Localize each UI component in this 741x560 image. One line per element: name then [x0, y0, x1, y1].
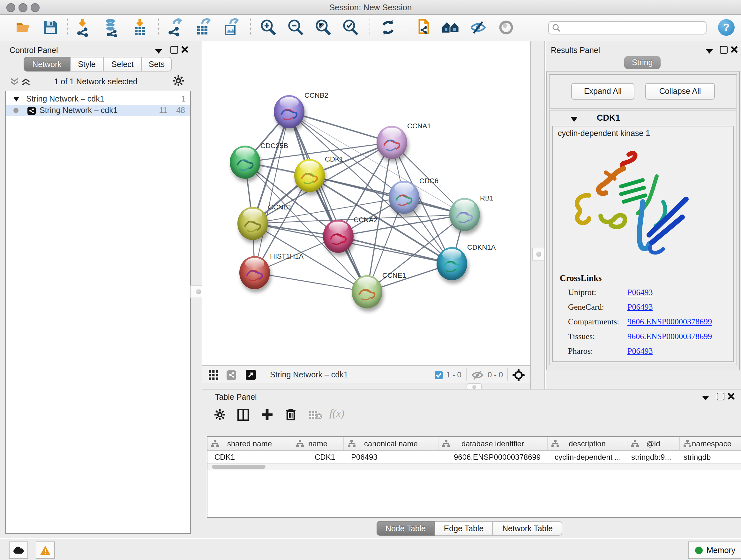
network-node-cdc25b[interactable] [230, 145, 260, 179]
memory-button[interactable]: Memory [688, 542, 741, 559]
uniprot-link[interactable]: P06493 [627, 287, 653, 298]
column-header[interactable]: name [292, 437, 344, 450]
scrollbar-thumb[interactable] [212, 465, 266, 469]
zoom-fit-button[interactable] [312, 17, 334, 38]
add-column-plus-icon[interactable] [261, 409, 273, 421]
refresh-arrows-icon [379, 18, 397, 37]
network-node-cdk1[interactable] [294, 159, 325, 192]
panel-close-icon[interactable] [728, 393, 735, 400]
network-node-ccne1[interactable] [352, 275, 382, 308]
share-network-file-button[interactable] [412, 17, 434, 38]
panel-float-icon[interactable] [720, 46, 728, 54]
network-canvas[interactable]: CCNB2 CCNA1 CDC25B CDK1 CDC6 RB1 CCNB1 [202, 41, 531, 365]
collapse-all-icon[interactable] [10, 78, 18, 85]
table-settings-gear-icon[interactable] [214, 409, 225, 420]
open-in-window-icon[interactable] [246, 370, 256, 380]
tissues-link[interactable]: 9606.ENSP00000378699 [627, 331, 712, 341]
node-label-ccnb1: CCNB1 [268, 203, 292, 211]
tree-expander-icon[interactable] [13, 97, 19, 101]
function-builder-button[interactable]: f(x) [329, 408, 344, 420]
network-node-hist1h1a[interactable] [239, 256, 270, 289]
string-home-button[interactable] [440, 17, 461, 38]
network-node-ccna1[interactable] [377, 126, 407, 159]
table-row[interactable]: CDK1 CDK1 P06493 9606.ENSP00000378699 cy… [207, 451, 741, 463]
network-node-rb1[interactable] [449, 198, 480, 231]
delete-table-icon[interactable] [309, 411, 322, 420]
right-splitter-handle[interactable] [532, 248, 545, 260]
column-header[interactable]: shared name [207, 437, 292, 450]
column-header[interactable]: @id [627, 437, 680, 450]
panel-menu-icon[interactable] [706, 49, 713, 54]
table-panel-title: Table Panel [215, 393, 257, 401]
export-image-button[interactable] [220, 17, 242, 38]
search-input[interactable] [563, 23, 706, 33]
network-node-ccnb1[interactable] [238, 207, 268, 240]
tab-sets[interactable]: Sets [142, 57, 172, 71]
hidden-eye-icon[interactable] [471, 370, 484, 380]
column-header[interactable]: description [548, 437, 627, 450]
panel-close-icon[interactable] [181, 46, 188, 53]
warnings-button[interactable] [36, 542, 55, 559]
grid-view-icon[interactable] [209, 370, 218, 380]
network-node-cdc6[interactable] [389, 181, 419, 214]
left-splitter[interactable] [195, 41, 202, 538]
help-button[interactable]: ? [718, 19, 735, 36]
node-label-ccna2: CCNA2 [354, 216, 378, 224]
compartments-link[interactable]: 9606.ENSP00000378699 [627, 317, 712, 327]
string-results-container: Expand All Collapse All CDK1 cyclin-depe… [546, 71, 740, 370]
show-columns-icon[interactable] [238, 409, 249, 421]
export-table-button[interactable] [192, 17, 214, 38]
import-network-database-button[interactable] [101, 17, 123, 38]
crosslinks-heading: CrossLinks [560, 273, 602, 284]
gene-expander-icon[interactable] [570, 117, 578, 122]
save-session-button[interactable] [40, 17, 61, 38]
inspect-lens-button[interactable] [495, 17, 517, 38]
column-header[interactable]: canonical name [344, 437, 439, 450]
network-share-view-icon[interactable] [226, 370, 236, 380]
network-node-ccna2[interactable] [323, 220, 354, 253]
tab-select[interactable]: Select [104, 57, 142, 71]
column-header[interactable]: namespace [680, 437, 741, 450]
import-network-file-button[interactable] [73, 17, 94, 38]
zoom-fit-icon [314, 18, 332, 37]
network-node-ccnb2[interactable] [274, 95, 305, 128]
tab-network[interactable]: Network [23, 57, 70, 71]
birds-eye-icon[interactable] [513, 369, 525, 381]
eye-slash-icon [468, 19, 488, 36]
import-table-file-button[interactable] [129, 17, 151, 38]
tab-style[interactable]: Style [70, 57, 104, 71]
delete-trash-icon[interactable] [285, 408, 296, 421]
network-row[interactable]: String Network – cdk1 11 48 [6, 105, 190, 116]
toolbar-search [548, 21, 706, 35]
cloud-status-button[interactable] [9, 542, 28, 559]
genecard-link[interactable]: P06493 [627, 302, 653, 312]
zoom-selected-button[interactable] [340, 17, 361, 38]
apply-layout-button[interactable] [377, 17, 399, 38]
panel-menu-icon[interactable] [155, 49, 162, 54]
gear-icon[interactable] [173, 75, 184, 86]
network-node-cdkn1a[interactable] [436, 247, 467, 280]
hide-panels-button[interactable] [467, 17, 489, 38]
export-network-button[interactable] [165, 17, 186, 38]
expand-all-icon[interactable] [22, 78, 30, 85]
column-header[interactable]: database identifier [439, 437, 548, 450]
expand-all-button[interactable]: Expand All [571, 83, 634, 100]
pharos-link[interactable]: P06493 [627, 346, 653, 356]
selected-checkbox-icon[interactable] [434, 371, 443, 379]
tab-network-table[interactable]: Network Table [493, 521, 562, 536]
network-collection-row[interactable]: String Network – cdk1 1 [6, 93, 190, 105]
tab-string[interactable]: String [624, 56, 660, 69]
panel-menu-icon[interactable] [702, 396, 709, 400]
table-horizontal-scrollbar[interactable] [207, 463, 741, 470]
tab-edge-table[interactable]: Edge Table [434, 521, 493, 536]
houses-icon [441, 19, 460, 36]
collapse-all-button[interactable]: Collapse All [645, 83, 715, 100]
panel-float-icon[interactable] [171, 46, 178, 54]
open-session-button[interactable] [13, 17, 35, 38]
panel-float-icon[interactable] [717, 393, 724, 400]
zoom-out-button[interactable] [285, 17, 307, 38]
tab-node-table[interactable]: Node Table [377, 521, 434, 536]
panel-close-icon[interactable] [731, 46, 738, 53]
right-splitter[interactable] [530, 41, 545, 389]
zoom-in-button[interactable] [257, 17, 279, 38]
